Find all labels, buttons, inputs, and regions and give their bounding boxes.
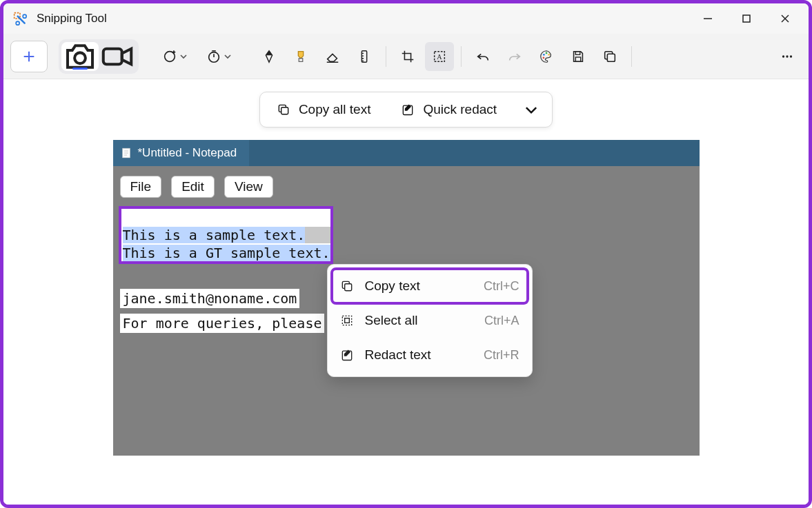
notepad-tab-title: *Untitled - Notepad bbox=[138, 146, 237, 160]
svg-rect-31 bbox=[575, 57, 580, 61]
text-actions-button[interactable]: A bbox=[425, 42, 454, 71]
new-snip-button[interactable] bbox=[10, 41, 48, 72]
context-redact-text[interactable]: Redact text Ctrl+R bbox=[332, 338, 528, 372]
context-item-hotkey: Ctrl+A bbox=[484, 314, 519, 328]
svg-point-2 bbox=[23, 14, 26, 18]
redo-button[interactable] bbox=[500, 42, 529, 71]
close-button[interactable] bbox=[766, 5, 804, 32]
screenshot-mode-button[interactable] bbox=[61, 42, 99, 71]
crop-button[interactable] bbox=[393, 42, 422, 71]
notepad-tab: *Untitled - Notepad bbox=[113, 140, 250, 166]
svg-point-27 bbox=[546, 52, 548, 54]
text-line-cutoff: For more queries, please bbox=[120, 314, 325, 333]
svg-point-26 bbox=[543, 53, 545, 55]
more-button[interactable] bbox=[773, 42, 802, 71]
maximize-button[interactable] bbox=[727, 5, 766, 32]
toolbar-separator bbox=[386, 46, 386, 67]
svg-point-34 bbox=[786, 55, 788, 57]
text-line-1: This is a sample text. bbox=[123, 227, 306, 243]
svg-rect-30 bbox=[575, 51, 580, 54]
snip-shape-button[interactable] bbox=[154, 42, 195, 71]
quick-redact-button[interactable]: Quick redact bbox=[386, 94, 512, 125]
svg-point-33 bbox=[782, 55, 784, 57]
undo-button[interactable] bbox=[468, 42, 497, 71]
svg-rect-4 bbox=[743, 15, 750, 22]
svg-rect-43 bbox=[342, 316, 351, 325]
svg-rect-32 bbox=[607, 54, 615, 61]
detected-email: jane.smith@noname.com bbox=[120, 289, 300, 308]
ruler-button[interactable] bbox=[350, 42, 379, 71]
copy-all-text-button[interactable]: Copy all text bbox=[261, 94, 386, 125]
toolbar-separator bbox=[631, 46, 632, 67]
svg-rect-10 bbox=[103, 48, 122, 64]
svg-point-1 bbox=[16, 21, 19, 25]
context-item-label: Redact text bbox=[365, 347, 431, 363]
text-actions-bar: Copy all text Quick redact bbox=[259, 92, 553, 128]
context-item-label: Copy text bbox=[365, 278, 420, 294]
svg-text:A: A bbox=[437, 52, 442, 60]
notepad-menu-file: File bbox=[120, 176, 162, 198]
snipping-tool-icon bbox=[13, 12, 27, 26]
pen-button[interactable] bbox=[255, 42, 284, 71]
copy-all-text-label: Copy all text bbox=[299, 102, 371, 117]
captured-screenshot[interactable]: *Untitled - Notepad File Edit View This … bbox=[113, 140, 700, 456]
notepad-menu-edit: Edit bbox=[171, 176, 215, 198]
eraser-button[interactable] bbox=[318, 42, 347, 71]
highlighter-button[interactable] bbox=[286, 42, 315, 71]
document-icon bbox=[120, 147, 132, 159]
svg-point-28 bbox=[548, 53, 550, 55]
notepad-menubar: File Edit View bbox=[113, 166, 700, 207]
toolbar-separator bbox=[461, 46, 462, 67]
context-select-all[interactable]: Select all Ctrl+A bbox=[332, 303, 528, 338]
video-mode-button[interactable] bbox=[99, 42, 136, 71]
notepad-titlebar: *Untitled - Notepad bbox=[113, 140, 700, 166]
minimize-button[interactable] bbox=[689, 5, 727, 32]
save-button[interactable] bbox=[564, 42, 593, 71]
context-item-label: Select all bbox=[365, 313, 418, 328]
context-item-hotkey: Ctrl+C bbox=[484, 279, 519, 294]
text-line-2: This is a GT sample text. bbox=[123, 245, 330, 261]
selected-text-block: This is a sample text.___ This is a GT s… bbox=[120, 207, 332, 263]
svg-point-35 bbox=[790, 55, 792, 57]
svg-rect-42 bbox=[344, 284, 351, 291]
svg-rect-36 bbox=[281, 108, 288, 114]
window-controls bbox=[689, 5, 804, 32]
capture-mode-group bbox=[59, 39, 139, 74]
context-item-hotkey: Ctrl+R bbox=[484, 348, 519, 363]
svg-point-11 bbox=[165, 51, 175, 61]
canvas-area: Copy all text Quick redact *Untitled - N… bbox=[3, 79, 809, 505]
quick-redact-dropdown[interactable] bbox=[512, 94, 551, 125]
text-context-menu: Copy text Ctrl+C Select all Ctrl+A Redac… bbox=[327, 264, 533, 377]
titlebar: Snipping Tool bbox=[3, 3, 809, 34]
open-in-paint-button[interactable] bbox=[532, 42, 561, 71]
toolbar: A bbox=[3, 34, 809, 79]
delay-button[interactable] bbox=[198, 42, 239, 71]
svg-point-14 bbox=[209, 52, 219, 62]
svg-point-9 bbox=[75, 52, 86, 63]
svg-point-29 bbox=[543, 57, 545, 59]
notepad-menu-view: View bbox=[224, 176, 273, 198]
quick-redact-label: Quick redact bbox=[423, 102, 497, 117]
app-title: Snipping Tool bbox=[37, 12, 107, 26]
copy-button[interactable] bbox=[595, 42, 624, 71]
context-copy-text[interactable]: Copy text Ctrl+C bbox=[332, 269, 528, 303]
svg-rect-44 bbox=[344, 318, 349, 323]
